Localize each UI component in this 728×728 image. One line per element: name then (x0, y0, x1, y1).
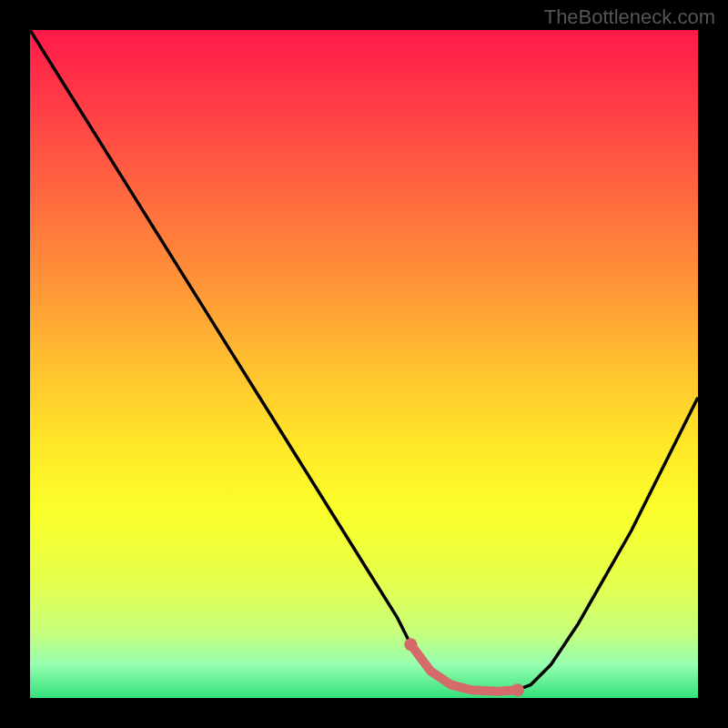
optimal-endpoint-1 (511, 683, 524, 696)
bottleneck-chart (30, 30, 698, 698)
chart-background (30, 30, 698, 698)
watermark-text: TheBottleneck.com (544, 5, 715, 29)
optimal-endpoint-0 (404, 638, 417, 651)
chart-svg (30, 30, 698, 698)
